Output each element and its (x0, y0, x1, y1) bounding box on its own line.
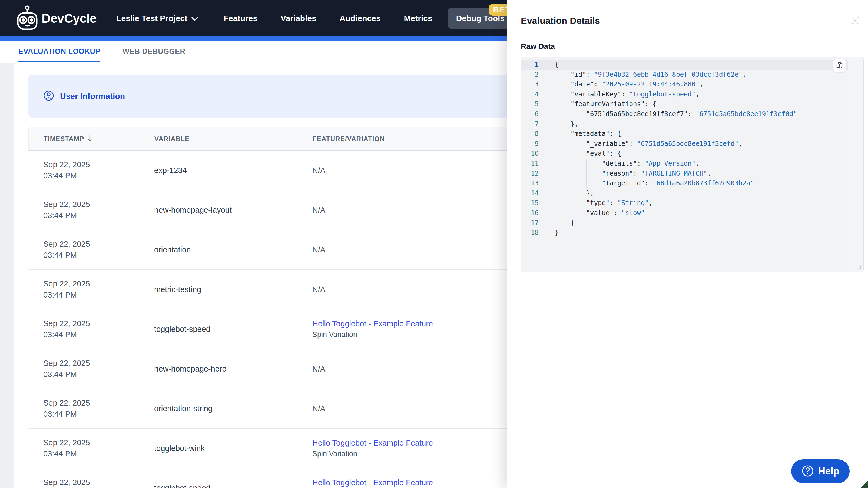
code-line: 16 "value": "slow" (521, 208, 848, 218)
timestamp-cell: Sep 22, 2025 03:44 PM (28, 318, 154, 340)
code-line: 7 }, (521, 119, 848, 129)
line-number: 15 (521, 198, 539, 208)
line-number: 10 (521, 149, 539, 159)
nav-item-audiences[interactable]: Audiences (340, 14, 381, 23)
code-line: 13 "target_id": "68d1a6a20b873ff62e903b2… (521, 178, 848, 188)
chevron-down-icon (191, 14, 198, 23)
panel-title: Evaluation Details (521, 15, 600, 26)
copy-icon (836, 62, 843, 70)
code-line: 9 "_variable": "6751d5a65bdc8ee191f3cefd… (521, 139, 848, 149)
code-line: 1{ (521, 60, 848, 70)
tab-web-debugger[interactable]: WEB DEBUGGER (123, 40, 186, 62)
timestamp-cell: Sep 22, 2025 03:44 PM (28, 238, 154, 261)
raw-data-label: Raw Data (521, 42, 555, 51)
nav-item-variables[interactable]: Variables (281, 14, 316, 23)
variable-cell: togglebot-speed (154, 325, 312, 334)
project-selector[interactable]: Leslie Test Project (116, 14, 198, 23)
line-number: 4 (521, 90, 539, 99)
help-label: Help (818, 465, 839, 477)
timestamp-cell: Sep 22, 2025 03:44 PM (28, 358, 154, 380)
line-number: 9 (521, 139, 539, 149)
brand-wordmark: DevCycle (42, 11, 96, 26)
timestamp-cell: Sep 22, 2025 03:44 PM (28, 159, 154, 181)
timestamp-cell: Sep 22, 2025 03:44 PM (28, 477, 154, 488)
line-number: 6 (521, 109, 539, 119)
nav-menu: FeaturesVariablesAudiencesMetrics (224, 14, 432, 23)
nav-item-features[interactable]: Features (224, 14, 257, 23)
line-number: 16 (521, 208, 539, 218)
line-number: 14 (521, 188, 539, 198)
line-number: 18 (521, 228, 539, 238)
code-line: 17 } (521, 218, 848, 228)
line-number: 8 (521, 129, 539, 139)
code-line: 18} (521, 228, 848, 238)
line-number: 11 (521, 159, 539, 169)
code-line: 11 "details": "App Version", (521, 159, 848, 169)
timestamp-cell: Sep 22, 2025 03:44 PM (28, 397, 154, 420)
line-number: 5 (521, 99, 539, 109)
column-header-variable[interactable]: VARIABLE (154, 135, 313, 143)
timestamp-cell: Sep 22, 2025 03:44 PM (28, 437, 154, 459)
devcycle-logo-icon (17, 5, 38, 31)
timestamp-cell: Sep 22, 2025 03:44 PM (28, 278, 154, 300)
variable-cell: metric-testing (154, 285, 312, 294)
code-line: 6 "6751d5a65bdc8ee191f3cef7": "6751d5a65… (521, 109, 848, 119)
code-line: 8 "metadata": { (521, 129, 848, 139)
nav-item-metrics[interactable]: Metrics (404, 14, 432, 23)
line-number: 13 (521, 178, 539, 188)
code-scroll-strip (848, 57, 863, 272)
help-button[interactable]: Help (791, 459, 849, 483)
code-line: 12 "reason": "TARGETING_MATCH", (521, 169, 848, 178)
line-number: 7 (521, 119, 539, 129)
resize-handle-icon[interactable] (856, 263, 862, 271)
line-number: 17 (521, 218, 539, 228)
devcycle-brand[interactable]: DevCycle (17, 5, 96, 31)
line-number: 1 (521, 60, 539, 70)
code-lines: 1{2 "id": "9f3e4b32-6ebb-4d16-8bef-03dcc… (521, 60, 848, 238)
user-circle-icon (43, 90, 54, 102)
line-number: 12 (521, 169, 539, 178)
copy-button[interactable] (833, 60, 846, 72)
sort-desc-icon (87, 135, 93, 143)
code-line: 10 "eval": { (521, 149, 848, 159)
tab-evaluation-lookup[interactable]: EVALUATION LOOKUP (19, 40, 100, 62)
variable-cell: orientation-string (154, 404, 312, 413)
raw-data-code-block: 1{2 "id": "9f3e4b32-6ebb-4d16-8bef-03dcc… (521, 57, 864, 272)
variable-cell: new-homepage-hero (154, 364, 312, 373)
variable-cell: togglebot-wink (154, 444, 312, 453)
corner-decoration (861, 481, 868, 488)
variable-cell: togglebot-speed (154, 484, 312, 488)
code-line: 14 }, (521, 188, 848, 198)
line-number: 3 (521, 79, 539, 90)
code-line: 15 "type": "String", (521, 198, 848, 208)
code-line: 2 "id": "9f3e4b32-6ebb-4d16-8bef-03dccf3… (521, 70, 848, 80)
line-number: 2 (521, 70, 539, 80)
close-icon[interactable] (850, 16, 860, 25)
variable-cell: new-homepage-layout (154, 206, 312, 215)
variable-cell: orientation (154, 246, 312, 254)
evaluation-details-panel: Evaluation Details Raw Data 1{2 "id": "9… (507, 0, 868, 488)
project-name: Leslie Test Project (116, 14, 187, 23)
banner-title: User Information (60, 92, 125, 101)
timestamp-cell: Sep 22, 2025 03:44 PM (28, 199, 154, 221)
code-line: 3 "date": "2025-09-22 19:44:46.880", (521, 79, 848, 90)
column-header-timestamp[interactable]: TIMESTAMP (29, 135, 154, 143)
debug-tools-button[interactable]: Debug Tools BETA (448, 8, 513, 29)
code-line: 4 "variableKey": "togglebot-speed", (521, 90, 848, 99)
help-icon (802, 465, 814, 478)
code-line: 5 "featureVariations": { (521, 99, 848, 109)
variable-cell: exp-1234 (154, 166, 312, 175)
